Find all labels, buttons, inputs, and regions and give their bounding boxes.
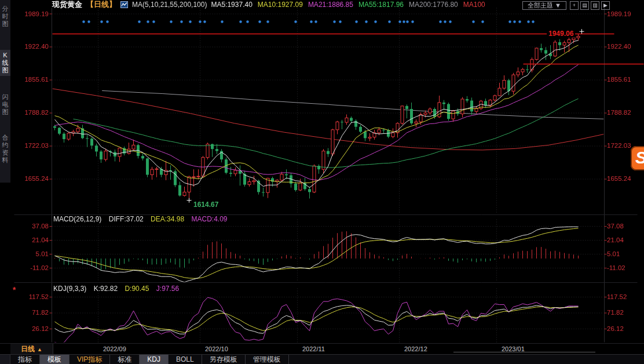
macd-header: MACD(26,12,9) DIFF:37.02 DEA:34.98 MACD:… bbox=[53, 215, 233, 223]
ma-value: MA100 bbox=[463, 1, 485, 9]
tab-模板[interactable]: 模板 bbox=[40, 355, 69, 364]
crosshair-tool-icon[interactable]: + bbox=[570, 1, 579, 10]
price-axis-tick: 1989.19 bbox=[607, 10, 631, 17]
symbol-title: 现货黄金 bbox=[52, 0, 82, 10]
macd-axis-tick: 5.01 bbox=[607, 250, 620, 257]
kdj-axis-tick: 71.82 bbox=[14, 309, 49, 316]
tab-管理模板[interactable]: 管理模板 bbox=[246, 355, 289, 364]
low-price-label: 1614.67 bbox=[193, 201, 218, 209]
macd-axis-tick: -11.02 bbox=[14, 264, 49, 271]
chart-canvas[interactable] bbox=[0, 0, 644, 364]
period-selector[interactable]: 日线 ▲ bbox=[10, 344, 53, 355]
kdj-d-value: D:90.45 bbox=[125, 285, 149, 293]
kdj-title: KDJ(9,3,3) bbox=[53, 285, 86, 293]
price-axis-tick: 1722.03 bbox=[607, 142, 631, 149]
ma-value: MA55:1817.96 bbox=[358, 1, 404, 9]
macd-axis-tick: 21.04 bbox=[14, 236, 49, 243]
axis-scale-left-icon[interactable]: ▤ bbox=[580, 1, 589, 10]
price-axis-tick: 1855.61 bbox=[607, 76, 631, 83]
macd-axis-tick: 5.01 bbox=[14, 250, 49, 257]
chevron-down-icon: ▼ bbox=[555, 2, 561, 9]
price-axis-tick: 1922.40 bbox=[607, 43, 631, 50]
macd-diff-value: DIFF:37.02 bbox=[109, 215, 144, 223]
kdj-k-value: K:92.82 bbox=[94, 285, 118, 293]
high-price-label: 1949.06 bbox=[547, 30, 575, 38]
ma-value: MA200:1776.80 bbox=[409, 1, 458, 9]
tab-BOLL[interactable]: BOLL bbox=[169, 355, 202, 364]
price-axis-tick: 1655.24 bbox=[14, 175, 49, 182]
sidebar-item-active[interactable]: K线图 bbox=[0, 50, 10, 76]
macd-axis-tick: 37.08 bbox=[14, 223, 49, 230]
tab-标准[interactable]: 标准 bbox=[110, 355, 140, 364]
time-axis-label: 2022/12 bbox=[404, 345, 427, 352]
tab-指标[interactable]: 指标 bbox=[10, 355, 40, 364]
ma-values: MA5:1937.40MA10:1927.09MA21:1886.85MA55:… bbox=[211, 1, 490, 9]
brand-logo-letter: S bbox=[635, 148, 644, 167]
ma-value: MA5:1937.40 bbox=[211, 1, 252, 9]
chart-header: 现货黄金 【日线】 MA(5,10,21,55,200,100) MA5:193… bbox=[52, 0, 491, 9]
price-axis-tick: 1788.82 bbox=[14, 109, 49, 116]
indicator-settings-icon[interactable]: * bbox=[13, 285, 16, 294]
sidebar-item-tab[interactable]: 分时图 bbox=[0, 3, 10, 30]
macd-axis-tick: 21.04 bbox=[607, 236, 624, 243]
mini-chart-icon[interactable] bbox=[120, 1, 128, 8]
triangle-up-icon: ▲ bbox=[37, 347, 42, 352]
price-axis-tick: 1855.61 bbox=[14, 76, 49, 83]
chart-toolbar: +▤▥▶ bbox=[570, 1, 610, 10]
floating-brand-badge[interactable]: S bbox=[631, 146, 644, 170]
kdj-header: KDJ(9,3,3) K:92.82 D:90.45 J:97.56 bbox=[53, 285, 184, 293]
sidebar-item-tab[interactable]: 闪电图 bbox=[0, 92, 10, 118]
price-axis-tick: 1722.03 bbox=[14, 142, 49, 149]
price-axis-tick: 1655.24 bbox=[607, 175, 631, 182]
tab-KDJ[interactable]: KDJ bbox=[140, 355, 169, 364]
period-tag: 【日线】 bbox=[86, 0, 116, 10]
kdj-axis-tick: 71.82 bbox=[607, 309, 624, 316]
ma-group-label: MA(5,10,21,55,200,100) bbox=[132, 1, 207, 9]
macd-axis-tick: -11.02 bbox=[607, 264, 625, 271]
collapse-panel-icon[interactable]: ▶ bbox=[601, 1, 610, 10]
price-axis-tick: 1989.19 bbox=[14, 10, 49, 17]
kdj-axis-tick: 26.12 bbox=[607, 325, 624, 332]
time-axis-label: 2022/09 bbox=[103, 345, 126, 352]
kdj-j-value: J:97.56 bbox=[156, 285, 179, 293]
macd-dea-value: DEA:34.98 bbox=[151, 215, 184, 223]
kdj-axis-tick: 117.52 bbox=[14, 293, 49, 300]
macd-axis-tick: 37.08 bbox=[607, 223, 624, 230]
price-axis-tick: 1788.82 bbox=[607, 109, 631, 116]
theme-selector-button[interactable]: 全部主题 ▼ bbox=[522, 1, 566, 10]
left-sidebar: 分时图K线图闪电图合约资料 bbox=[0, 0, 10, 183]
tab-VIP指标[interactable]: VIP指标 bbox=[69, 355, 110, 364]
macd-macd-value: MACD:4.09 bbox=[191, 215, 227, 223]
corner-box bbox=[0, 355, 10, 364]
ma-value: MA10:1927.09 bbox=[258, 1, 303, 9]
sidebar-item-tab[interactable]: 合约资料 bbox=[0, 132, 10, 166]
time-axis-label: 2022/11 bbox=[302, 345, 325, 352]
tab-另存模板[interactable]: 另存模板 bbox=[202, 355, 246, 364]
time-axis-label: 2022/10 bbox=[205, 345, 228, 352]
kdj-axis-tick: 26.12 bbox=[14, 325, 49, 332]
axis-scale-right-icon[interactable]: ▥ bbox=[591, 1, 599, 10]
kdj-axis-tick: 117.52 bbox=[607, 293, 627, 300]
ma-value: MA21:1886.85 bbox=[308, 1, 353, 9]
price-axis-tick: 1922.40 bbox=[14, 43, 49, 50]
time-axis-label: 2023/01 bbox=[502, 345, 525, 352]
bottom-tabbar: 指标模板VIP指标标准KDJBOLL另存模板管理模板 bbox=[0, 354, 644, 364]
trading-app-window: 分时图K线图闪电图合约资料 现货黄金 【日线】 MA(5,10,21,55,20… bbox=[0, 0, 644, 364]
period-label: 日线 bbox=[21, 344, 35, 354]
macd-title: MACD(26,12,9) bbox=[53, 215, 101, 223]
